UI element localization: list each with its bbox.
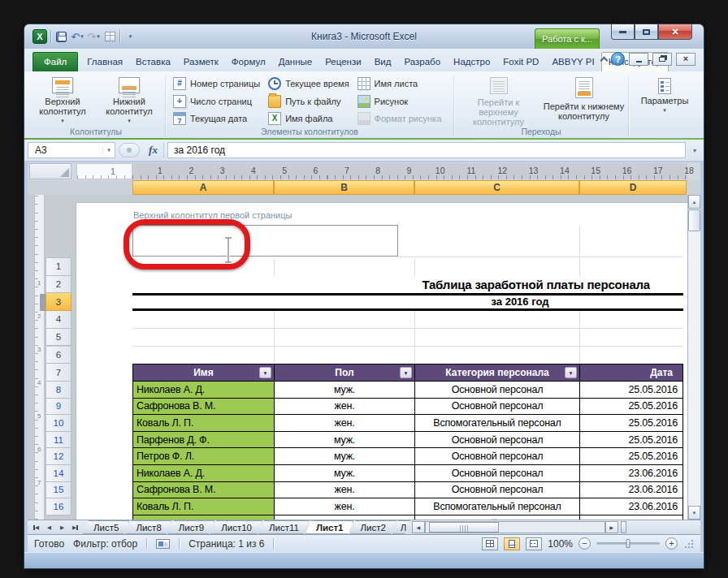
row-header-7[interactable]: 7 (46, 364, 72, 382)
cell[interactable]: жен. (274, 399, 414, 415)
header-button[interactable]: Верхний колонтитул ▾ (30, 73, 95, 127)
scroll-down-button[interactable]: ▼ (688, 506, 700, 520)
ribbon-tab-Надстро[interactable]: Надстро (447, 53, 496, 71)
title-bar[interactable]: X ↶▾ ↷▾ ▾ Книга3 - Microsoft Excel Работ… (24, 24, 704, 49)
zoom-level[interactable]: 100% (548, 538, 573, 550)
cell[interactable]: жен. (274, 498, 414, 515)
quick-print-button[interactable] (103, 29, 116, 44)
normal-view-button[interactable] (482, 537, 498, 550)
ribbon-tab-Foxit PD[interactable]: Foxit PD (496, 53, 545, 71)
filter-dropdown-button[interactable]: ▼ (400, 367, 412, 378)
save-button[interactable] (54, 29, 67, 44)
hscroll-right-button[interactable]: ▶ (605, 521, 618, 533)
cell[interactable]: Петров Ф. Л. (132, 448, 274, 464)
cell[interactable]: Основной персонал (414, 465, 579, 481)
row-header-2[interactable]: 2 (46, 276, 72, 294)
zoom-slider-thumb[interactable] (626, 539, 630, 548)
workbook-close-button[interactable]: × (676, 53, 696, 66)
options-button[interactable]: Параметры ▾ (634, 73, 696, 127)
ribbon-tab-Вид[interactable]: Вид (368, 53, 398, 71)
ribbon-tab-Файл[interactable]: Файл (32, 52, 78, 71)
maximize-button[interactable] (635, 24, 658, 40)
footer-button[interactable]: Нижний колонтитул ▾ (97, 73, 162, 127)
workbook-restore-button[interactable] (652, 53, 672, 66)
next-sheet-button[interactable]: ▶ (56, 522, 68, 533)
table-header-Пол[interactable]: Пол▼ (274, 364, 414, 381)
zoom-in-button[interactable]: + (665, 537, 678, 550)
column-header-C[interactable]: C (414, 180, 579, 195)
cell[interactable]: Коваль Л. П. (132, 415, 274, 431)
table-header-Имя[interactable]: Имя▼ (132, 364, 274, 381)
scroll-up-button[interactable]: ▲ (688, 195, 700, 209)
minimize-button[interactable] (611, 24, 635, 40)
goto-footer-button[interactable]: Перейти к нижнему колонтитулу (543, 73, 625, 127)
cell[interactable]: Основной персонал (414, 515, 579, 520)
page-break-view-button[interactable] (526, 537, 542, 550)
sheet-tab-Лист1[interactable]: Лист1 (306, 520, 354, 534)
hscroll-left-button[interactable]: ◀ (412, 521, 425, 533)
cell[interactable]: жен. (274, 415, 414, 431)
cell[interactable]: 25.05.2016 (579, 415, 683, 431)
table-header-Дата[interactable]: Дата (579, 364, 683, 381)
cell[interactable]: 25.05.2016 (579, 382, 683, 398)
name-box[interactable]: A3 ▾ (28, 142, 115, 158)
qat-customize-button[interactable]: ▾ (124, 29, 136, 44)
ribbon-tab-Формул[interactable]: Формул (225, 53, 272, 71)
cell[interactable]: Коваль Л. П. (132, 498, 274, 515)
vertical-scroll-thumb[interactable] (688, 209, 700, 231)
cell[interactable]: муж. (274, 515, 414, 520)
horizontal-scrollbar[interactable] (425, 521, 605, 533)
tab-split-handle[interactable] (621, 521, 626, 533)
cell[interactable]: Николаев А. Д. (132, 382, 274, 398)
cell[interactable]: 23.06.2016 (579, 482, 683, 498)
cell[interactable]: муж. (274, 382, 414, 398)
cell[interactable]: Парфенов Д. Ф. (132, 432, 274, 448)
column-header-D[interactable]: D (579, 180, 687, 195)
cell[interactable]: 23.06.2016 (579, 465, 683, 481)
row-header-5[interactable]: 5 (46, 329, 72, 347)
cell[interactable]: Основной персонал (414, 482, 579, 498)
sheet-tab-Лист10[interactable]: Лист10 (210, 520, 262, 534)
column-header-B[interactable]: B (274, 180, 414, 195)
cell[interactable]: Сафронова В. М. (132, 482, 274, 498)
picture-button[interactable]: Рисунок (354, 93, 445, 110)
close-button[interactable]: × (658, 24, 692, 40)
row-header-12[interactable]: 12 (46, 448, 72, 465)
ribbon-tab-Разметк[interactable]: Разметк (177, 53, 225, 71)
cell[interactable]: 23.06.2016 (579, 515, 683, 520)
ribbon-tab-Рецензи[interactable]: Рецензи (318, 53, 367, 71)
cell[interactable]: 25.05.2016 (579, 448, 683, 464)
cell[interactable]: 25.05.2016 (579, 432, 683, 448)
first-sheet-button[interactable]: ◀ (30, 522, 42, 533)
formula-input[interactable]: за 2016 год (167, 142, 686, 158)
cell[interactable]: Парфенов Д. Ф. (132, 515, 274, 520)
cell[interactable]: муж. (274, 465, 414, 481)
excel-app-icon[interactable]: X (32, 29, 47, 44)
ribbon-tab-Разрабо[interactable]: Разрабо (397, 53, 447, 71)
row-header-8[interactable]: 8 (46, 382, 72, 399)
cell[interactable]: муж. (274, 432, 414, 448)
cell[interactable]: 25.05.2016 (579, 399, 683, 415)
sheet-tab-Лист11[interactable]: Лист11 (258, 520, 310, 534)
select-all-button[interactable] (29, 163, 72, 179)
filter-dropdown-button[interactable]: ▼ (565, 367, 577, 378)
cell[interactable]: Николаев А. Д. (132, 465, 274, 481)
resize-grip[interactable] (683, 538, 694, 549)
macro-record-button[interactable] (156, 539, 170, 549)
file-name-button[interactable]: Имя файла (265, 110, 352, 127)
undo-button[interactable]: ↶▾ (71, 29, 84, 44)
filter-dropdown-button[interactable]: ▼ (259, 367, 271, 378)
row-header-14[interactable]: 14 (46, 465, 72, 482)
insert-function-button[interactable]: fx (143, 142, 164, 158)
page-layout-view-button[interactable] (504, 537, 520, 550)
cell[interactable]: Основной персонал (414, 448, 579, 464)
row-header-10[interactable]: 10 (46, 415, 72, 432)
ribbon-tab-Вставка[interactable]: Вставка (129, 53, 177, 71)
cell[interactable]: Сафронова В. М. (132, 399, 274, 415)
row-header-3[interactable]: 3 (46, 293, 72, 311)
workbook-minimize-button[interactable] (629, 53, 648, 66)
current-time-button[interactable]: Текущее время (265, 75, 352, 92)
page-number-button[interactable]: Номер страницы (170, 75, 263, 92)
vertical-scrollbar[interactable]: ▲ ▼ (687, 195, 700, 520)
ribbon-tab-Главная[interactable]: Главная (80, 53, 129, 71)
